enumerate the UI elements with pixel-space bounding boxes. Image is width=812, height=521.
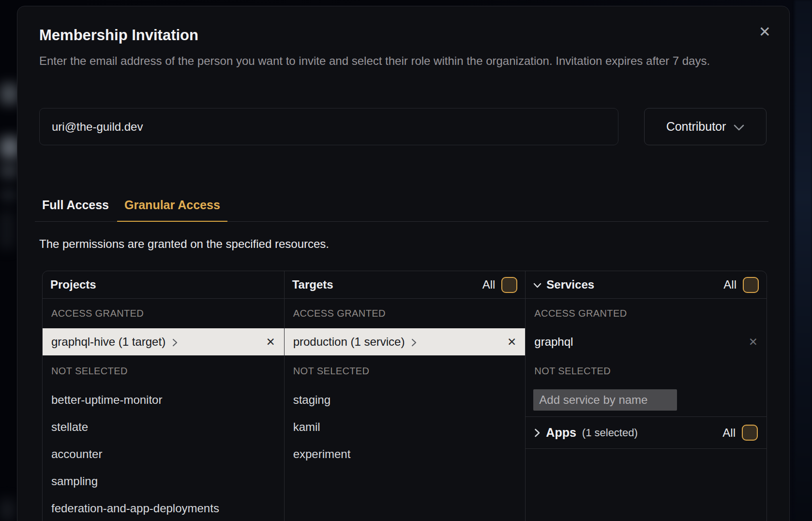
service-granted-name: graphql [534, 335, 573, 349]
targets-access-granted-label: ACCESS GRANTED [285, 299, 526, 328]
services-header: Services All [526, 271, 767, 299]
chevron-down-icon [533, 283, 541, 288]
remove-service-icon[interactable]: ✕ [749, 336, 758, 349]
add-service-row [526, 386, 767, 416]
apps-all-checkbox[interactable] [742, 425, 758, 441]
service-granted-row: graphql ✕ [526, 328, 767, 355]
projects-header: Projects [43, 271, 284, 299]
services-collapse-toggle[interactable]: Services [533, 278, 594, 291]
projects-access-granted-label: ACCESS GRANTED [43, 299, 284, 328]
remove-target-icon[interactable]: ✕ [507, 336, 516, 349]
services-column: Services All ACCESS GRANTED graphql ✕ NO… [525, 271, 767, 521]
backdrop-blur-4 [1, 189, 15, 201]
target-item[interactable]: kamil [285, 414, 526, 441]
chevron-down-icon [734, 124, 744, 131]
project-item[interactable]: better-uptime-monitor [43, 386, 284, 414]
backdrop-glow [795, 0, 812, 521]
role-select-value: Contributor [666, 120, 726, 134]
backdrop-blur-6 [0, 499, 15, 521]
target-granted-name: production (1 service) [293, 335, 405, 349]
project-item[interactable]: stellate [43, 414, 284, 441]
resources-table: Projects ACCESS GRANTED graphql-hive (1 … [42, 271, 767, 521]
permissions-note: The permissions are granted on the speci… [39, 237, 329, 251]
tab-granular-access[interactable]: Granular Access [117, 192, 227, 222]
target-item[interactable]: staging [285, 386, 526, 414]
role-select[interactable]: Contributor [644, 108, 767, 145]
dialog-title: Membership Invitation [39, 27, 198, 44]
targets-column: Targets All ACCESS GRANTED production (1… [284, 271, 526, 521]
chevron-right-icon [172, 338, 178, 347]
chevron-right-icon [411, 338, 417, 347]
target-item[interactable]: experiment [285, 441, 526, 468]
project-item[interactable]: federation-and-app-deployments [43, 495, 284, 521]
screen: ✕ Membership Invitation Enter the email … [0, 0, 812, 521]
access-tabs: Full Access Granular Access [35, 192, 768, 222]
backdrop-blur-5 [0, 211, 14, 249]
add-service-input[interactable] [533, 389, 677, 411]
services-all-checkbox[interactable] [743, 277, 759, 293]
project-item[interactable]: accounter [43, 441, 284, 468]
remove-project-icon[interactable]: ✕ [266, 336, 275, 349]
services-not-selected-label: NOT SELECTED [526, 355, 767, 386]
targets-all-checkbox[interactable] [501, 277, 517, 293]
dialog-description: Enter the email address of the person yo… [39, 52, 755, 70]
apps-all-label: All [722, 426, 736, 440]
close-icon[interactable]: ✕ [759, 25, 771, 39]
chevron-right-icon [534, 429, 540, 437]
membership-invitation-dialog: ✕ Membership Invitation Enter the email … [17, 6, 790, 521]
projects-column: Projects ACCESS GRANTED graphql-hive (1 … [43, 271, 284, 521]
backdrop-blur-1 [0, 83, 18, 105]
email-input[interactable] [39, 108, 618, 145]
services-access-granted-label: ACCESS GRANTED [526, 299, 767, 328]
projects-not-selected-label: NOT SELECTED [43, 355, 284, 386]
targets-all-label: All [482, 278, 496, 291]
backdrop-blur-2 [0, 137, 19, 159]
projects-header-label: Projects [50, 278, 96, 291]
targets-header-label: Targets [292, 278, 333, 291]
services-header-label: Services [546, 278, 594, 291]
project-granted-name: graphql-hive (1 target) [51, 335, 165, 349]
apps-collapse-toggle[interactable]: Apps (1 selected) All [526, 416, 767, 449]
project-granted-row[interactable]: graphql-hive (1 target) ✕ [43, 328, 284, 355]
targets-not-selected-label: NOT SELECTED [285, 355, 526, 386]
tab-full-access[interactable]: Full Access [35, 192, 116, 221]
apps-header-label: Apps [546, 426, 576, 440]
targets-header: Targets All [285, 271, 526, 299]
apps-selected-count: (1 selected) [582, 427, 638, 439]
project-item[interactable]: sampling [43, 468, 284, 495]
backdrop-blur-3 [0, 164, 17, 178]
services-all-label: All [723, 278, 737, 291]
target-granted-row[interactable]: production (1 service) ✕ [285, 328, 526, 355]
